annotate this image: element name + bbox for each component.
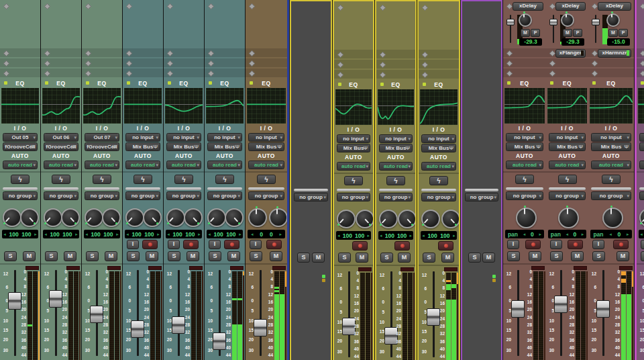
pan-value-display[interactable]: ◂100100▸ (43, 230, 79, 238)
pan-value-display[interactable]: pan◂0▸ (505, 230, 544, 238)
send-pre-button[interactable]: P (573, 29, 582, 37)
meter-clip-indicator[interactable] (66, 266, 80, 270)
output-selector[interactable]: no input▾ (337, 134, 370, 143)
eq-curve-graph[interactable] (83, 88, 121, 124)
eq-curve-graph[interactable] (378, 89, 414, 125)
output-selector[interactable]: no input▾ (506, 133, 543, 142)
eq-row[interactable]: EQ (546, 79, 588, 87)
pan-value-display[interactable]: ◂00▸ (248, 230, 285, 238)
input-monitor-button[interactable]: I (641, 240, 644, 249)
send-slot-c[interactable] (546, 58, 588, 67)
input-selector[interactable]: fGrooveCellΨ (3, 142, 38, 151)
automation-mode-selector[interactable]: auto read▾ (421, 162, 456, 171)
send-fader-handle[interactable] (592, 19, 600, 26)
input-selector[interactable]: Mix BusΨ (506, 142, 543, 151)
automation-mode-selector[interactable]: auto read▾ (85, 161, 119, 169)
pan-knob-right[interactable] (439, 208, 460, 228)
send-slot-a[interactable]: xDelay (588, 1, 634, 10)
meter-clip-indicator[interactable] (272, 266, 286, 270)
record-enable-button[interactable] (613, 240, 629, 249)
pan-value-display[interactable]: ◂100100▸ (207, 230, 243, 238)
automation-mode-selector[interactable]: auto read▾ (3, 161, 38, 169)
pan-value-display[interactable]: ◂100100▸ (166, 230, 202, 238)
group-selector[interactable]: no group▾ (639, 191, 644, 200)
elastic-audio-button[interactable]: ϟ (429, 176, 448, 185)
automation-mode-selector[interactable]: auto read▾ (166, 161, 201, 169)
send-slot-b[interactable] (637, 48, 644, 57)
send-slot-b[interactable] (376, 50, 415, 58)
meter-clip-indicator[interactable] (107, 266, 121, 270)
send-slot-d[interactable] (82, 69, 122, 77)
elastic-audio-button[interactable]: ϟ (174, 175, 193, 184)
meter-clip-indicator[interactable] (25, 266, 39, 270)
pan-knob-right[interactable] (141, 206, 161, 226)
group-selector[interactable]: no group▾ (421, 193, 456, 201)
automation-mode-selector[interactable]: auto read▾ (125, 161, 160, 169)
meter-clip-indicator[interactable] (230, 266, 244, 270)
pan-value-display[interactable]: ◂100100▸ (2, 230, 38, 238)
automation-mode-selector[interactable]: auto read▾ (591, 161, 631, 169)
eq-row[interactable]: EQ (82, 79, 122, 87)
eq-row[interactable]: EQ (164, 79, 204, 87)
send-slot-b[interactable]: xFlanger (546, 48, 588, 57)
elastic-audio-button[interactable]: ϟ (344, 176, 363, 185)
send-slot-d[interactable] (0, 69, 40, 77)
send-mute-button[interactable]: M (521, 29, 530, 37)
fader-handle[interactable] (511, 300, 525, 318)
send-slot-d[interactable] (419, 70, 459, 79)
solo-button[interactable]: S (423, 253, 435, 263)
eq-curve-graph[interactable] (247, 88, 286, 124)
send-slot-b[interactable]: xHarmnzr (588, 48, 634, 57)
send-slot-b[interactable] (503, 48, 546, 57)
solo-button[interactable]: S (168, 251, 180, 261)
solo-button[interactable]: S (507, 251, 520, 261)
group-selector[interactable]: no group▾ (166, 191, 201, 200)
send-slot-a[interactable] (419, 3, 459, 11)
send-slot-c[interactable] (123, 58, 163, 67)
send-slot-c[interactable] (376, 60, 415, 69)
input-monitor-button[interactable]: I (168, 240, 180, 249)
input-selector[interactable]: Mix BusΨ (125, 142, 160, 151)
output-selector[interactable]: no input▾ (591, 133, 631, 142)
send-slot-b[interactable] (82, 48, 122, 57)
send-slot-d[interactable] (164, 69, 204, 77)
pan-value-display[interactable]: ◂100100▸ (421, 231, 457, 240)
send-level-knob[interactable] (517, 11, 531, 26)
fader-track[interactable] (55, 270, 57, 356)
send-b-button[interactable]: xFlanger (555, 49, 586, 58)
record-enable-button[interactable] (394, 241, 410, 251)
elastic-audio-button[interactable]: ϟ (515, 175, 534, 184)
send-slot-c[interactable] (334, 60, 373, 69)
input-selector[interactable]: Mix BusΨ (421, 144, 456, 152)
automation-mode-selector[interactable]: auto read▾ (549, 161, 586, 169)
group-selector[interactable]: no group▾ (379, 193, 413, 201)
send-slot-a[interactable] (334, 3, 373, 11)
input-monitor-button[interactable]: I (250, 240, 262, 249)
mute-button[interactable]: M (441, 253, 454, 263)
solo-button[interactable]: S (45, 251, 58, 261)
automation-mode-selector[interactable]: auto read▾ (379, 162, 413, 171)
pan-knob-left[interactable] (246, 206, 266, 226)
send-fader-handle[interactable] (549, 19, 557, 26)
elastic-audio-button[interactable]: ϟ (52, 175, 70, 184)
solo-button[interactable]: S (86, 251, 99, 261)
send-slot-c[interactable] (503, 58, 546, 67)
group-selector[interactable]: no group▾ (506, 191, 543, 200)
send-slot-d[interactable] (41, 69, 81, 77)
send-slot-c[interactable] (205, 58, 245, 67)
send-a-button[interactable]: xDelay (513, 2, 543, 11)
mute-button[interactable]: M (312, 253, 325, 263)
elastic-audio-button[interactable]: ϟ (11, 175, 30, 184)
eq-curve-graph[interactable] (504, 88, 545, 124)
meter-clip-indicator[interactable] (444, 267, 458, 271)
solo-button[interactable]: S (297, 253, 310, 263)
send-slot-a[interactable] (41, 1, 81, 10)
solo-button[interactable]: S (338, 253, 351, 263)
send-slot-c[interactable] (588, 58, 634, 67)
meter-clip-indicator[interactable] (574, 266, 587, 270)
input-selector[interactable]: Mix BusΨ (591, 142, 631, 151)
pan-knob-right[interactable] (59, 206, 79, 226)
mute-button[interactable]: M (146, 251, 158, 261)
record-enable-button[interactable] (142, 240, 158, 249)
pan-knob-right[interactable] (18, 206, 38, 226)
